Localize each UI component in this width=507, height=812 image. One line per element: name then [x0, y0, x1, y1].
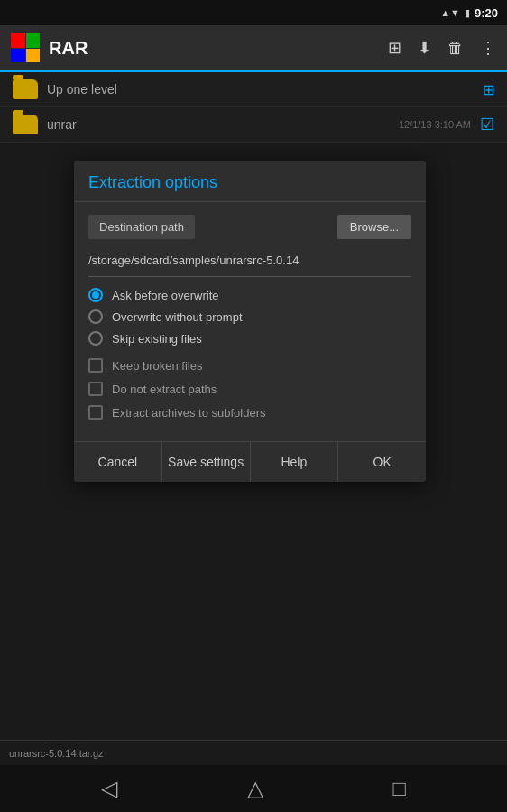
delete-icon[interactable]: 🗑 — [447, 39, 464, 58]
grid-view-icon[interactable]: ⊞ — [483, 81, 494, 98]
folder-icon-unrar — [13, 115, 38, 134]
grid-add-icon[interactable]: ⊞ — [388, 38, 401, 58]
dialog-footer: Cancel Save settings Help OK — [74, 441, 426, 482]
checkbox-no-paths-label: Do not extract paths — [112, 383, 217, 396]
download-icon[interactable]: ⬇ — [418, 38, 431, 58]
destination-path-value: /storage/sdcard/samples/unrarsrc-5.0.14 — [88, 248, 411, 277]
overwrite-radio-group: Ask before overwrite Overwrite without p… — [88, 288, 411, 346]
radio-ask-circle — [88, 288, 103, 302]
checkbox-subfolders-box — [88, 405, 103, 420]
radio-skip-label: Skip existing files — [112, 332, 202, 346]
unrar-folder-name: unrar — [47, 117, 399, 132]
checkbox-keep-broken[interactable]: Keep broken files — [88, 358, 411, 373]
cancel-button[interactable]: Cancel — [74, 442, 162, 482]
checkbox-keep-broken-box — [88, 358, 103, 373]
recent-button[interactable]: □ — [393, 776, 407, 801]
radio-skip-circle — [88, 331, 103, 346]
app-title: RAR — [49, 38, 388, 59]
app-logo — [11, 33, 40, 62]
radio-overwrite[interactable]: Overwrite without prompt — [88, 309, 411, 324]
unrar-folder-right: 12/1/13 3:10 AM ☑ — [399, 115, 494, 134]
radio-overwrite-circle — [88, 309, 103, 324]
status-bar: ▲▼ ▮ 9:20 — [0, 0, 507, 25]
folder-up-icon — [13, 79, 38, 99]
more-icon[interactable]: ⋮ — [480, 38, 496, 58]
destination-path-label[interactable]: Destination path — [88, 215, 195, 239]
radio-ask[interactable]: Ask before overwrite — [88, 288, 411, 302]
home-button[interactable]: △ — [247, 776, 263, 801]
toolbar: RAR ⊞ ⬇ 🗑 ⋮ — [0, 25, 507, 72]
bottom-file-name: unrarsrc-5.0.14.tar.gz — [9, 748, 104, 759]
unrar-folder-row[interactable]: unrar 12/1/13 3:10 AM ☑ — [0, 107, 507, 143]
save-settings-button[interactable]: Save settings — [162, 442, 251, 482]
status-icons: ▲▼ ▮ 9:20 — [440, 6, 498, 20]
up-one-level-label: Up one level — [47, 82, 483, 97]
checkbox-keep-broken-label: Keep broken files — [112, 359, 202, 373]
bottom-bar: unrarsrc-5.0.14.tar.gz ◁ △ □ — [0, 740, 507, 812]
file-browser: Up one level ⊞ unrar 12/1/13 3:10 AM ☑ — [0, 72, 507, 143]
checkbox-group: Keep broken files Do not extract paths E… — [88, 358, 411, 420]
bottom-nav: ◁ △ □ — [0, 765, 507, 812]
extraction-options-dialog: Extraction options Destination path Brow… — [74, 161, 426, 482]
radio-ask-label: Ask before overwrite — [112, 289, 219, 302]
bottom-file-bar: unrarsrc-5.0.14.tar.gz — [0, 740, 507, 765]
unrar-folder-date: 12/1/13 3:10 AM — [399, 119, 471, 130]
browse-button[interactable]: Browse... — [337, 215, 411, 239]
radio-overwrite-label: Overwrite without prompt — [112, 310, 243, 324]
checkbox-subfolders-label: Extract archives to subfolders — [112, 406, 266, 420]
battery-icon: ▮ — [465, 7, 470, 19]
toolbar-icons: ⊞ ⬇ 🗑 ⋮ — [388, 38, 496, 58]
up-one-level-right: ⊞ — [483, 81, 494, 98]
up-one-level-row[interactable]: Up one level ⊞ — [0, 72, 507, 107]
radio-skip[interactable]: Skip existing files — [88, 331, 411, 346]
checkbox-subfolders[interactable]: Extract archives to subfolders — [88, 405, 411, 420]
back-button[interactable]: ◁ — [101, 776, 117, 801]
check-icon[interactable]: ☑ — [480, 115, 494, 134]
status-time: 9:20 — [475, 6, 498, 20]
dialog-body: Destination path Browse... /storage/sdca… — [74, 202, 426, 441]
checkbox-no-paths[interactable]: Do not extract paths — [88, 382, 411, 396]
checkbox-no-paths-box — [88, 382, 103, 396]
signal-icon: ▲▼ — [440, 7, 460, 18]
dialog-title: Extraction options — [74, 161, 426, 202]
help-button[interactable]: Help — [251, 442, 339, 482]
ok-button[interactable]: OK — [338, 442, 426, 482]
destination-row: Destination path Browse... — [88, 215, 411, 239]
